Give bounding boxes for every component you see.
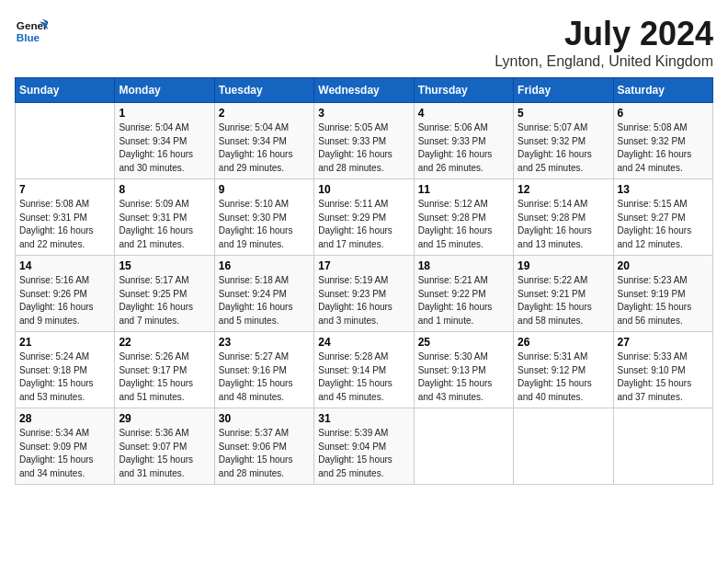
day-number: 3 <box>318 107 409 120</box>
logo: General Blue General Blue <box>15 15 48 48</box>
calendar-cell: 6Sunrise: 5:08 AM Sunset: 9:32 PM Daylig… <box>613 103 712 179</box>
day-number: 6 <box>618 107 709 120</box>
cell-content: Sunrise: 5:17 AM Sunset: 9:25 PM Dayligh… <box>119 274 210 327</box>
day-number: 29 <box>119 412 210 425</box>
header-day-friday: Friday <box>514 78 613 103</box>
cell-content: Sunrise: 5:33 AM Sunset: 9:10 PM Dayligh… <box>618 350 709 404</box>
calendar-cell: 23Sunrise: 5:27 AM Sunset: 9:16 PM Dayli… <box>214 332 313 408</box>
calendar-cell: 26Sunrise: 5:31 AM Sunset: 9:12 PM Dayli… <box>514 332 613 408</box>
cell-content: Sunrise: 5:16 AM Sunset: 9:26 PM Dayligh… <box>19 274 110 327</box>
calendar-cell: 5Sunrise: 5:07 AM Sunset: 9:32 PM Daylig… <box>514 103 613 179</box>
logo-icon: General Blue <box>15 15 48 48</box>
cell-content: Sunrise: 5:05 AM Sunset: 9:33 PM Dayligh… <box>318 121 409 175</box>
calendar-cell: 16Sunrise: 5:18 AM Sunset: 9:24 PM Dayli… <box>214 256 313 332</box>
month-year: July 2024 <box>495 15 713 53</box>
day-number: 24 <box>318 336 409 349</box>
calendar-cell: 1Sunrise: 5:04 AM Sunset: 9:34 PM Daylig… <box>115 103 214 179</box>
day-number: 13 <box>618 183 709 196</box>
calendar-cell: 12Sunrise: 5:14 AM Sunset: 9:28 PM Dayli… <box>514 179 613 256</box>
cell-content: Sunrise: 5:12 AM Sunset: 9:28 PM Dayligh… <box>418 198 509 251</box>
cell-content: Sunrise: 5:24 AM Sunset: 9:18 PM Dayligh… <box>19 350 110 404</box>
calendar-cell <box>414 408 513 485</box>
cell-content: Sunrise: 5:14 AM Sunset: 9:28 PM Dayligh… <box>518 198 609 251</box>
cell-content: Sunrise: 5:04 AM Sunset: 9:34 PM Dayligh… <box>219 121 310 175</box>
header-day-monday: Monday <box>115 78 214 103</box>
cell-content: Sunrise: 5:34 AM Sunset: 9:09 PM Dayligh… <box>19 427 110 480</box>
day-number: 20 <box>618 259 709 272</box>
cell-content: Sunrise: 5:22 AM Sunset: 9:21 PM Dayligh… <box>518 274 609 327</box>
cell-content: Sunrise: 5:28 AM Sunset: 9:14 PM Dayligh… <box>318 350 409 404</box>
calendar-cell: 27Sunrise: 5:33 AM Sunset: 9:10 PM Dayli… <box>613 332 712 408</box>
calendar-cell: 4Sunrise: 5:06 AM Sunset: 9:33 PM Daylig… <box>414 103 513 179</box>
day-number: 30 <box>219 412 310 425</box>
calendar-cell: 18Sunrise: 5:21 AM Sunset: 9:22 PM Dayli… <box>414 256 513 332</box>
cell-content: Sunrise: 5:08 AM Sunset: 9:31 PM Dayligh… <box>19 198 110 251</box>
day-number: 12 <box>518 183 609 196</box>
cell-content: Sunrise: 5:18 AM Sunset: 9:24 PM Dayligh… <box>219 274 310 327</box>
day-number: 22 <box>119 336 210 349</box>
calendar-cell <box>514 408 613 485</box>
cell-content: Sunrise: 5:07 AM Sunset: 9:32 PM Dayligh… <box>518 121 609 175</box>
calendar-cell: 20Sunrise: 5:23 AM Sunset: 9:19 PM Dayli… <box>613 256 712 332</box>
calendar-cell: 25Sunrise: 5:30 AM Sunset: 9:13 PM Dayli… <box>414 332 513 408</box>
calendar-body: 1Sunrise: 5:04 AM Sunset: 9:34 PM Daylig… <box>16 103 713 485</box>
cell-content: Sunrise: 5:36 AM Sunset: 9:07 PM Dayligh… <box>119 427 210 480</box>
location: Lynton, England, United Kingdom <box>495 53 713 70</box>
day-number: 26 <box>518 336 609 349</box>
header-day-saturday: Saturday <box>613 78 712 103</box>
calendar-cell <box>613 408 712 485</box>
day-number: 31 <box>318 412 409 425</box>
calendar-cell <box>16 103 115 179</box>
calendar-cell: 9Sunrise: 5:10 AM Sunset: 9:30 PM Daylig… <box>214 179 313 256</box>
calendar-header: SundayMondayTuesdayWednesdayThursdayFrid… <box>16 78 713 103</box>
calendar-cell: 10Sunrise: 5:11 AM Sunset: 9:29 PM Dayli… <box>314 179 414 256</box>
calendar-cell: 17Sunrise: 5:19 AM Sunset: 9:23 PM Dayli… <box>314 256 414 332</box>
calendar-cell: 30Sunrise: 5:37 AM Sunset: 9:06 PM Dayli… <box>214 408 313 485</box>
calendar-cell: 31Sunrise: 5:39 AM Sunset: 9:04 PM Dayli… <box>314 408 414 485</box>
title-block: July 2024 Lynton, England, United Kingdo… <box>495 15 713 70</box>
day-number: 28 <box>19 412 110 425</box>
cell-content: Sunrise: 5:39 AM Sunset: 9:04 PM Dayligh… <box>318 427 409 480</box>
day-number: 7 <box>19 183 110 196</box>
day-number: 8 <box>119 183 210 196</box>
calendar-table: SundayMondayTuesdayWednesdayThursdayFrid… <box>15 77 713 485</box>
day-number: 21 <box>19 336 110 349</box>
day-number: 11 <box>418 183 509 196</box>
cell-content: Sunrise: 5:10 AM Sunset: 9:30 PM Dayligh… <box>219 198 310 251</box>
calendar-cell: 2Sunrise: 5:04 AM Sunset: 9:34 PM Daylig… <box>214 103 313 179</box>
calendar-cell: 24Sunrise: 5:28 AM Sunset: 9:14 PM Dayli… <box>314 332 414 408</box>
day-number: 16 <box>219 259 310 272</box>
cell-content: Sunrise: 5:31 AM Sunset: 9:12 PM Dayligh… <box>518 350 609 404</box>
calendar-cell: 13Sunrise: 5:15 AM Sunset: 9:27 PM Dayli… <box>613 179 712 256</box>
day-number: 1 <box>119 107 210 120</box>
header-day-tuesday: Tuesday <box>214 78 313 103</box>
day-number: 19 <box>518 259 609 272</box>
cell-content: Sunrise: 5:30 AM Sunset: 9:13 PM Dayligh… <box>418 350 509 404</box>
cell-content: Sunrise: 5:19 AM Sunset: 9:23 PM Dayligh… <box>318 274 409 327</box>
calendar-cell: 21Sunrise: 5:24 AM Sunset: 9:18 PM Dayli… <box>16 332 115 408</box>
day-number: 18 <box>418 259 509 272</box>
header: General Blue General Blue July 2024 Lynt… <box>15 15 713 70</box>
calendar-cell: 15Sunrise: 5:17 AM Sunset: 9:25 PM Dayli… <box>115 256 214 332</box>
svg-text:Blue: Blue <box>17 31 40 43</box>
cell-content: Sunrise: 5:08 AM Sunset: 9:32 PM Dayligh… <box>618 121 709 175</box>
cell-content: Sunrise: 5:26 AM Sunset: 9:17 PM Dayligh… <box>119 350 210 404</box>
calendar-cell: 8Sunrise: 5:09 AM Sunset: 9:31 PM Daylig… <box>115 179 214 256</box>
header-day-sunday: Sunday <box>16 78 115 103</box>
cell-content: Sunrise: 5:27 AM Sunset: 9:16 PM Dayligh… <box>219 350 310 404</box>
day-number: 2 <box>219 107 310 120</box>
cell-content: Sunrise: 5:15 AM Sunset: 9:27 PM Dayligh… <box>618 198 709 251</box>
calendar-cell: 14Sunrise: 5:16 AM Sunset: 9:26 PM Dayli… <box>16 256 115 332</box>
day-number: 4 <box>418 107 509 120</box>
day-number: 17 <box>318 259 409 272</box>
calendar-cell: 28Sunrise: 5:34 AM Sunset: 9:09 PM Dayli… <box>16 408 115 485</box>
header-day-thursday: Thursday <box>414 78 513 103</box>
svg-text:General: General <box>17 19 48 31</box>
calendar-cell: 3Sunrise: 5:05 AM Sunset: 9:33 PM Daylig… <box>314 103 414 179</box>
day-number: 5 <box>518 107 609 120</box>
header-day-wednesday: Wednesday <box>314 78 414 103</box>
day-number: 15 <box>119 259 210 272</box>
calendar-cell: 11Sunrise: 5:12 AM Sunset: 9:28 PM Dayli… <box>414 179 513 256</box>
calendar-cell: 19Sunrise: 5:22 AM Sunset: 9:21 PM Dayli… <box>514 256 613 332</box>
calendar-cell: 22Sunrise: 5:26 AM Sunset: 9:17 PM Dayli… <box>115 332 214 408</box>
